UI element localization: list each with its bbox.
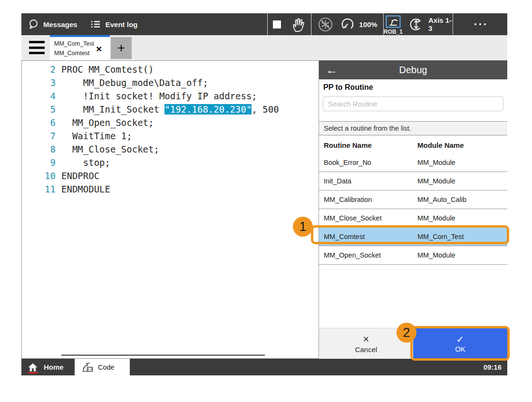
line-number: 3 [22,76,61,89]
module-name-cell: MM_Auto_Calib [417,196,466,203]
event-log-label: Event log [106,20,138,29]
tab-labels: MM_Com_Test MM_Comtest [50,39,96,58]
messages-button[interactable]: Messages [28,19,77,30]
ellipsis-icon [474,23,476,25]
motion-mode-selector[interactable]: Axis 1-3 [408,16,453,32]
debug-panel-header: ← Debug [319,60,507,79]
home-icon [28,363,38,372]
axis-rotate-icon [408,17,424,32]
routine-row[interactable]: Book_Error_NoMM_Module [319,153,507,172]
speedometer-icon [340,17,355,31]
routine-list-hint: Select a routine from the list. [319,121,507,135]
horizontal-scrollbar[interactable] [61,354,265,356]
document-tab-bar: MM_Com_Test MM_Comtest × + [21,35,507,60]
line-text: PROC MM_Comtest() [61,63,154,76]
dialog-footer: × Cancel ✓ OK [319,328,507,359]
routine-name-cell: Init_Data [319,177,417,185]
routine-row[interactable]: MM_CalibrationMM_Auto_Calib [319,191,507,209]
routine-name-cell: MM_Open_Socket [319,251,417,259]
run-control-section [267,13,311,35]
debug-panel-title: Debug [399,65,427,76]
event-log-button[interactable]: Event log [90,19,138,30]
routine-name-cell: MM_Calibration [319,196,417,203]
rob1-selector[interactable]: ROB_1 [384,15,403,35]
robot-arm-icon [386,15,401,28]
cancel-button[interactable]: × Cancel [319,328,413,359]
tab-routine-name: MM_Comtest [54,49,96,58]
check-icon: ✓ [456,335,464,344]
messages-label: Messages [43,20,77,29]
line-number: 11 [22,182,61,196]
ok-button[interactable]: ✓ OK [413,328,507,359]
selected-text[interactable]: "192.168.20.230" [164,104,251,115]
close-icon[interactable]: × [96,44,102,54]
speed-indicator[interactable]: 100% [340,17,377,31]
line-number: 2 [22,63,61,76]
app-window: Messages Event log 100% [21,13,507,375]
code-tab-label: Code [98,364,115,371]
speed-value: 100% [359,20,377,29]
routine-name-column-header: Routine Name [319,141,417,149]
line-text: WaitTime 1; [61,129,132,143]
line-text: MM_Open_Socket; [61,116,154,129]
top-status-bar: Messages Event log 100% [21,13,507,35]
routine-table-header: Routine Name Module Name [319,136,507,153]
arrow-left-icon[interactable]: ← [326,64,338,76]
routine-row[interactable]: MM_Open_SocketMM_Module [319,246,507,265]
line-text: !Init socket! Modify IP address; [61,89,257,103]
tab-module-name: MM_Com_Test [54,39,96,48]
home-label: Home [44,363,64,371]
module-name-cell: MM_Module [417,177,455,185]
line-number: 4 [22,89,61,103]
module-name-cell: MM_Module [417,159,455,166]
cancel-label: Cancel [355,345,377,354]
search-routine-input[interactable] [323,96,503,111]
more-menu-button[interactable] [453,13,507,35]
new-tab-button[interactable]: + [111,37,132,59]
mechanical-unit-section: ROB_1 Axis 1-3 [383,13,453,35]
module-name-cell: MM_Com_Test [417,233,464,240]
routine-row[interactable]: MM_ComtestMM_Com_Test [319,228,507,246]
bottom-taskbar: Home Code 09:16 [21,359,507,375]
bullet-list-icon [90,19,101,30]
motor-speed-section: 100% [311,13,383,35]
line-text: MM_Init_Socket "192.168.20.230", 500 [61,103,279,116]
line-text: ENDPROC [61,169,99,182]
routine-list: Book_Error_NoMM_ModuleInit_DataMM_Module… [319,153,507,265]
menu-hamburger-button[interactable] [29,41,45,54]
routine-row[interactable]: MM_Close_SocketMM_Module [319,209,507,228]
line-number: 9 [22,156,61,169]
module-name-column-header: Module Name [417,141,464,149]
hand-icon[interactable] [290,16,306,33]
line-text: MM_Close_Socket; [61,143,159,156]
line-text: ENDMODULE [61,182,110,196]
routine-row[interactable]: Init_DataMM_Module [319,172,507,191]
debug-panel: ← Debug PP to Routine Select a routine f… [319,60,507,359]
routine-name-cell: MM_Close_Socket [319,214,417,222]
stop-square-icon[interactable] [273,20,281,29]
routine-name-cell: Book_Error_No [319,159,417,166]
clock: 09:16 [484,359,502,375]
module-name-cell: MM_Module [417,214,455,222]
code-tab[interactable]: Code [75,359,130,375]
topbar-left-group: Messages Event log [21,13,267,35]
rob1-label: ROB_1 [384,29,403,35]
chat-bubble-icon [28,19,39,30]
line-text: MM_Debug_mode\Data_off; [61,76,208,89]
module-name-cell: MM_Module [417,251,455,259]
ok-label: OK [455,345,465,353]
line-text: stop; [61,156,110,169]
home-active-indicator [28,372,38,373]
axis-label: Axis 1-3 [428,16,453,32]
robot-code-icon [81,361,94,373]
line-number: 7 [22,129,61,143]
line-number: 10 [22,169,61,182]
tab-mm-comtest[interactable]: MM_Com_Test MM_Comtest × [50,35,110,60]
routine-name-cell: MM_Comtest [319,233,417,240]
pp-to-routine-title: PP to Routine [323,83,373,92]
line-number: 6 [22,116,61,129]
line-number: 8 [22,143,61,156]
line-number: 5 [22,103,61,116]
x-icon: × [363,334,369,345]
motors-off-icon[interactable] [317,16,334,33]
